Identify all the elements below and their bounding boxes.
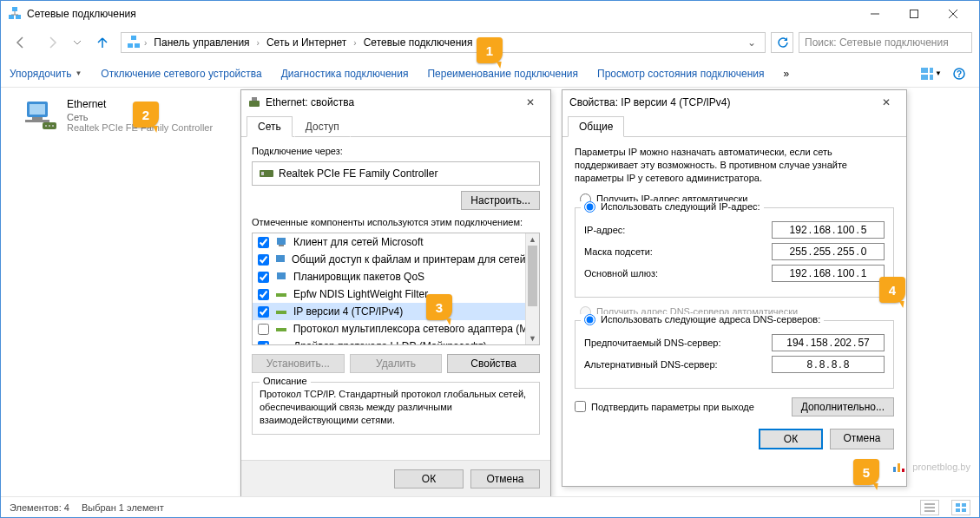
svg-rect-40 bbox=[902, 469, 904, 472]
svg-rect-39 bbox=[898, 463, 900, 472]
chk-c[interactable] bbox=[258, 272, 269, 283]
dlg1-ok[interactable]: ОК bbox=[394, 469, 464, 488]
lldp-icon bbox=[274, 339, 288, 345]
svg-rect-9 bbox=[128, 43, 133, 48]
svg-rect-20 bbox=[32, 117, 43, 120]
dlg2-ok[interactable]: ОК bbox=[759, 429, 823, 449]
view-large[interactable] bbox=[951, 500, 970, 515]
ip-label: IP-адрес: bbox=[584, 225, 772, 235]
breadcrumb-box[interactable]: › Панель управления › Сеть и Интернет › … bbox=[121, 32, 766, 53]
more-menu[interactable]: » bbox=[784, 68, 790, 80]
svg-rect-0 bbox=[9, 15, 14, 19]
chk-f[interactable] bbox=[258, 324, 269, 335]
radio-use-dns[interactable] bbox=[584, 314, 595, 325]
svg-point-23 bbox=[45, 125, 47, 127]
window-title: Сетевые подключения bbox=[27, 8, 855, 20]
chk-d[interactable] bbox=[258, 289, 269, 300]
chk-e[interactable] bbox=[258, 306, 269, 318]
radio-use-ip[interactable] bbox=[584, 201, 595, 213]
tab-general[interactable]: Общие bbox=[568, 116, 624, 137]
dialog1-close[interactable]: ✕ bbox=[517, 94, 543, 111]
ipv4-icon bbox=[274, 305, 288, 318]
properties-button[interactable]: Свойства bbox=[447, 354, 540, 373]
tab-network[interactable]: Сеть bbox=[247, 116, 293, 137]
maximize-button[interactable] bbox=[894, 2, 933, 27]
diagnose[interactable]: Диагностика подключения bbox=[281, 68, 409, 80]
app-icon bbox=[8, 6, 22, 23]
gateway-input[interactable]: 192.168.100.1 bbox=[772, 265, 885, 282]
crumb-conn[interactable]: Сетевые подключения bbox=[360, 36, 477, 49]
disable-device[interactable]: Отключение сетевого устройства bbox=[101, 68, 261, 80]
device-box: Realtek PCIe FE Family Controller bbox=[252, 161, 540, 186]
svg-rect-10 bbox=[135, 43, 140, 48]
view-details[interactable] bbox=[920, 500, 939, 515]
device-name: Realtek PCIe FE Family Controller bbox=[279, 167, 437, 180]
svg-text:?: ? bbox=[957, 69, 962, 79]
dns1-input[interactable]: 194.158.202.57 bbox=[772, 334, 885, 351]
chk-g[interactable] bbox=[258, 341, 269, 346]
gateway-label: Основной шлюз: bbox=[584, 268, 772, 279]
connect-using-label: Подключение через: bbox=[252, 146, 540, 156]
chk-b[interactable] bbox=[258, 254, 269, 266]
callout-4: 4 bbox=[879, 277, 905, 303]
ethernet-properties-dialog: Ethernet: свойства ✕ Сеть Доступ Подключ… bbox=[240, 89, 551, 497]
item-c: Планировщик пакетов QoS bbox=[293, 271, 424, 283]
dialog2-close[interactable]: ✕ bbox=[873, 94, 899, 111]
addr-dropdown[interactable]: ⌄ bbox=[744, 36, 760, 49]
item-a: Клиент для сетей Microsoft bbox=[293, 236, 424, 248]
chk-a[interactable] bbox=[258, 237, 269, 248]
advanced-button[interactable]: Дополнительно... bbox=[792, 397, 894, 416]
confirm-checkbox[interactable] bbox=[575, 401, 586, 412]
rename[interactable]: Переименование подключения bbox=[427, 68, 578, 80]
item-g: Драйвер протокола LLDP (Майкрософт) bbox=[293, 340, 487, 345]
svg-rect-36 bbox=[276, 328, 286, 331]
change-view-button[interactable]: ▼ bbox=[920, 64, 943, 83]
breadcrumb-root-icon bbox=[127, 35, 141, 51]
ipv4-intro-text: Параметры IP можно назначать автоматичес… bbox=[575, 146, 894, 185]
status-count: Элементов: 4 bbox=[10, 502, 69, 513]
network-adapter-icon bbox=[22, 98, 60, 133]
crumb-net[interactable]: Сеть и Интернет bbox=[263, 36, 350, 49]
nic-icon bbox=[260, 167, 273, 181]
main-area: Ethernet Сеть Realtek PCIe FE Family Con… bbox=[1, 88, 979, 498]
recent-button[interactable] bbox=[70, 32, 84, 53]
components-list[interactable]: Клиент для сетей Microsoft Общий доступ … bbox=[252, 233, 540, 345]
item-d: Epfw NDIS LightWeight Filter bbox=[293, 288, 428, 300]
dlg2-cancel[interactable]: Отмена bbox=[830, 429, 894, 449]
dns1-label: Предпочитаемый DNS-сервер: bbox=[584, 338, 772, 348]
svg-rect-44 bbox=[956, 503, 960, 507]
install-button[interactable]: Установить... bbox=[252, 354, 345, 373]
remove-button[interactable]: Удалить bbox=[350, 354, 443, 373]
svg-rect-19 bbox=[30, 104, 45, 115]
search-box[interactable]: Поиск: Сетевые подключения bbox=[799, 32, 972, 53]
mask-label: Маска подсети: bbox=[584, 246, 772, 257]
configure-button[interactable]: Настроить... bbox=[461, 191, 540, 210]
client-icon bbox=[274, 235, 288, 249]
view-status[interactable]: Просмотр состояния подключения bbox=[597, 68, 764, 80]
status-sel: Выбран 1 элемент bbox=[82, 502, 164, 513]
crumb-root[interactable]: Панель управления bbox=[150, 36, 253, 49]
organize-menu[interactable]: Упорядочить▼ bbox=[10, 68, 82, 80]
back-button[interactable] bbox=[8, 32, 34, 53]
up-button[interactable] bbox=[89, 32, 115, 53]
tab-access[interactable]: Доступ bbox=[294, 116, 351, 137]
svg-rect-13 bbox=[930, 68, 933, 73]
forward-button[interactable] bbox=[39, 32, 65, 53]
components-label: Отмеченные компоненты используются этим … bbox=[252, 217, 540, 227]
dialog1-title: Ethernet: свойства bbox=[266, 96, 517, 108]
refresh-button[interactable] bbox=[771, 32, 793, 53]
minimize-button[interactable] bbox=[855, 2, 894, 27]
mux-icon bbox=[274, 322, 288, 336]
help-button[interactable]: ? bbox=[948, 64, 970, 83]
connection-tile-ethernet[interactable]: Ethernet Сеть Realtek PCIe FE Family Con… bbox=[18, 95, 222, 136]
svg-rect-38 bbox=[893, 467, 896, 472]
svg-rect-1 bbox=[16, 15, 21, 19]
close-button[interactable] bbox=[933, 2, 972, 27]
qos-icon bbox=[274, 270, 288, 284]
adapter-icon bbox=[248, 95, 260, 110]
list-scrollbar[interactable]: ▲▼ bbox=[525, 233, 539, 344]
dlg1-cancel[interactable]: Отмена bbox=[470, 469, 540, 488]
ip-address-input[interactable]: 192.168.100.5 bbox=[772, 221, 885, 239]
subnet-mask-input[interactable]: 255.255.255.0 bbox=[772, 243, 885, 260]
dns2-input[interactable]: 8.8.8.8 bbox=[772, 356, 885, 373]
